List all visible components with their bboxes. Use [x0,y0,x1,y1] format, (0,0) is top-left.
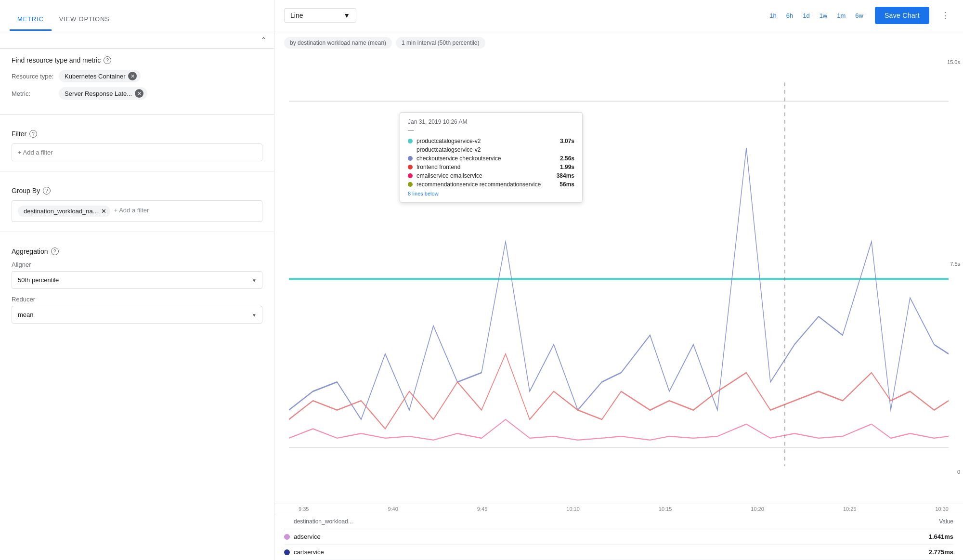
top-bar: METRIC VIEW OPTIONS Line ▼ 1h 6h 1d 1w 1… [0,0,963,31]
reducer-label: Reducer [12,296,262,303]
tooltip-more[interactable]: 8 lines below [408,191,574,196]
x-label-0: 9:35 [299,506,309,512]
resource-metric-title: Find resource type and metric ? [12,56,262,64]
legend-table: destination_workload... Value adservice … [274,514,963,560]
group-by-chip-close-icon[interactable]: ✕ [101,208,106,215]
legend-dot-0 [284,534,290,540]
aggregation-title: Aggregation ? [12,247,262,255]
tooltip-dash: — [408,127,574,134]
chart-area: 15.0s 7.5s 0 Jan 31 [274,54,963,504]
tooltip-row-5: recommendationservice recommendationserv… [408,180,574,189]
group-by-section: Group By ? destination_workload_na... ✕ … [0,179,274,230]
x-label-5: 10:20 [751,506,764,512]
chart-tooltip: Jan 31, 2019 10:26 AM — productcatalogse… [400,112,583,203]
metric-chip: Server Response Late... ✕ [59,87,147,100]
y-axis-label-top: 15.0s [947,59,960,65]
filter-input[interactable] [12,143,262,161]
x-label-1: 9:40 [388,506,398,512]
x-label-2: 9:45 [477,506,487,512]
resource-type-close-icon[interactable]: ✕ [128,72,137,80]
tooltip-row-0: productcatalogservice-v2 3.07s [408,137,574,145]
collapse-header[interactable]: ⌃ [0,31,274,49]
time-btn-1m[interactable]: 1m [833,9,849,22]
y-axis-label-bottom: 0 [957,469,960,475]
time-btn-6h[interactable]: 6h [782,9,797,22]
tooltip-dot-4 [408,173,413,178]
left-panel: ⌃ Find resource type and metric ? Resour… [0,31,274,560]
time-btn-1h[interactable]: 1h [766,9,780,22]
chart-tag-1[interactable]: 1 min interval (50th percentile) [396,37,485,49]
x-label-6: 10:25 [843,506,857,512]
y-axis-label-mid: 7.5s [950,261,960,267]
x-axis: 9:35 9:40 9:45 10:10 10:15 10:20 10:25 1… [274,504,963,514]
chart-tag-0[interactable]: by destination workload name (mean) [284,37,392,49]
legend-header-value: Value [920,518,953,525]
aligner-select-wrapper: 50th percentile mean sum min max [12,271,262,289]
x-label-7: 10:30 [935,506,949,512]
aggregation-section: Aggregation ? Aligner 50th percentile me… [0,240,274,331]
group-by-title: Group By ? [12,187,262,195]
time-range-buttons: 1h 6h 1d 1w 1m 6w [766,9,867,22]
right-panel: by destination workload name (mean) 1 mi… [274,31,963,560]
save-chart-button[interactable]: Save Chart [875,7,929,24]
chart-controls: Line ▼ 1h 6h 1d 1w 1m 6w Save Chart ⋮ [274,7,963,24]
legend-header: destination_workload... Value [284,514,953,529]
main-layout: ⌃ Find resource type and metric ? Resour… [0,31,963,560]
resource-type-label: Resource type: [12,73,55,80]
tooltip-dot-0 [408,139,413,143]
chart-type-dropdown[interactable]: Line ▼ [284,8,356,23]
metric-row: Metric: Server Response Late... ✕ [12,87,262,100]
tab-view-options[interactable]: VIEW OPTIONS [52,6,117,31]
aligner-label: Aligner [12,261,262,268]
chart-svg [274,54,963,504]
group-by-container: destination_workload_na... ✕ + Add a fil… [12,200,262,222]
legend-row-0: adservice 1.641ms [284,529,953,545]
tooltip-row-4: emailservice emailservice 384ms [408,171,574,180]
x-label-3: 10:10 [566,506,580,512]
tooltip-dot-2 [408,156,413,161]
tooltip-time: Jan 31, 2019 10:26 AM [408,118,574,125]
aligner-select[interactable]: 50th percentile mean sum min max [12,271,262,289]
time-btn-1w[interactable]: 1w [816,9,832,22]
resource-metric-section: Find resource type and metric ? Resource… [0,49,274,112]
group-by-add-filter[interactable]: + Add a filter [114,206,149,217]
legend-header-name: destination_workload... [294,518,916,525]
tabs-section: METRIC VIEW OPTIONS [0,0,274,31]
filter-section: Filter ? [0,122,274,169]
tooltip-row-1: productcatalogservice-v2 [408,145,574,154]
tab-metric[interactable]: METRIC [10,6,52,31]
resource-type-chip: Kubernetes Container ✕ [59,70,141,82]
x-label-4: 10:15 [659,506,672,512]
time-btn-1d[interactable]: 1d [799,9,813,22]
tooltip-row-2: checkoutservice checkoutservice 2.56s [408,154,574,163]
reducer-select[interactable]: mean sum min max count [12,306,262,324]
resource-metric-help-icon[interactable]: ? [104,56,111,64]
chart-tags: by destination workload name (mean) 1 mi… [274,31,963,54]
group-by-help-icon[interactable]: ? [43,187,51,195]
aggregation-help-icon[interactable]: ? [51,247,59,255]
reducer-select-wrapper: mean sum min max count [12,306,262,324]
tooltip-row-3: frontend frontend 1.99s [408,163,574,171]
tooltip-dot-3 [408,165,413,169]
dropdown-arrow-icon: ▼ [343,12,350,19]
tooltip-dot-5 [408,182,413,187]
more-options-button[interactable]: ⋮ [937,7,953,24]
resource-type-row: Resource type: Kubernetes Container ✕ [12,70,262,82]
filter-help-icon[interactable]: ? [29,130,37,138]
metric-close-icon[interactable]: ✕ [135,89,143,98]
legend-dot-1 [284,549,290,555]
legend-row-1: cartservice 2.775ms [284,545,953,560]
filter-title: Filter ? [12,130,262,138]
metric-label: Metric: [12,90,55,97]
time-btn-6w[interactable]: 6w [851,9,867,22]
group-by-chip: destination_workload_na... ✕ [18,206,110,217]
collapse-icon: ⌃ [261,36,266,43]
